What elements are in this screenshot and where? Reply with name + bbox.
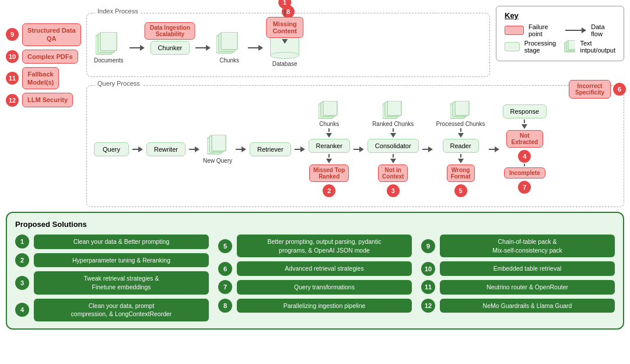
query-process-section: Query Process IncorrectSpecificity 6 Que… <box>86 85 624 207</box>
al6 <box>422 149 428 150</box>
chunker-box: Chunker <box>150 41 190 55</box>
arrow-line-3 <box>248 47 258 48</box>
sol-box-2: Hyperparameter tuning & Reranking <box>34 253 209 268</box>
sol-item-8: 8 Parallelizing ingestion pipeline <box>218 299 412 313</box>
doc-icon-key <box>564 40 576 53</box>
processed-chunks-label: Processed Chunks <box>436 121 485 127</box>
response-box: Response <box>503 104 547 118</box>
vc7 <box>524 120 525 123</box>
rewriter-box: Rewriter <box>146 142 186 156</box>
vc2 <box>328 154 330 158</box>
consolidator-box: Consolidator <box>368 139 419 153</box>
va2 <box>326 159 332 163</box>
vc6 <box>460 154 461 158</box>
left-label-10: 10 Complex PDFs <box>6 50 82 64</box>
ah7 <box>495 146 499 152</box>
sol-box-5: Better prompting, output parsing, pydant… <box>237 235 412 257</box>
key-arrow-head <box>582 27 586 33</box>
documents-label: Documents <box>94 57 124 64</box>
database-label: Database <box>272 61 298 67</box>
key-label-dataflow: Data flow <box>591 23 615 37</box>
sol-box-4: Clean your data, promptcompression, & Lo… <box>34 299 209 321</box>
missing-content-box: MissingContent <box>266 17 303 38</box>
key-title: Key <box>505 11 615 20</box>
sol-item-10: 10 Embedded table retrieval <box>421 261 615 276</box>
arrow-con-pc <box>422 146 433 152</box>
key-row-processing: Processing stage Text intput/output <box>505 40 615 54</box>
svg-rect-8 <box>221 32 237 50</box>
sol-num-6: 6 <box>218 262 232 276</box>
key-label-failure: Failure point <box>528 23 561 37</box>
sol-item-11: 11 Neutrino router & OpenRouter <box>421 280 615 295</box>
key-arrow-line <box>565 30 582 31</box>
reader-box: Reader <box>443 139 479 153</box>
arrow-doc-chunker <box>130 45 145 51</box>
vc3 <box>393 128 394 132</box>
badge-4: 4 <box>518 150 531 163</box>
chunks-index-icon <box>216 32 242 55</box>
missed-top-ranked-box: Missed TopRanked <box>309 164 349 182</box>
sol-box-10: Embedded table retrieval <box>440 261 615 276</box>
arrow-nq-ret <box>236 146 246 152</box>
arrow-down-mc <box>282 39 288 44</box>
sol-box-8: Parallelizing ingestion pipeline <box>237 299 412 313</box>
badge-1: 1 <box>278 0 291 9</box>
query-flow: Query Rewriter <box>94 90 617 202</box>
left-label-9: 9 Structured DataQA <box>6 23 82 46</box>
query-box: Query <box>94 142 129 156</box>
new-query-node: New Query <box>203 135 232 164</box>
label-structured-data: Structured DataQA <box>22 23 81 46</box>
left-labels: 9 Structured DataQA 10 Complex PDFs 11 F… <box>6 6 82 207</box>
arrow-head-3 <box>258 45 263 51</box>
sol-num-9: 9 <box>421 239 435 253</box>
svg-rect-14 <box>323 101 337 116</box>
circle-12: 12 <box>6 94 19 107</box>
sol-num-3: 3 <box>15 276 29 290</box>
sol-item-7: 7 Query transformations <box>218 280 412 295</box>
svg-rect-17 <box>387 101 401 116</box>
processed-chunks-col: Processed Chunks Reader WrongFormat 5 <box>436 101 485 197</box>
sol-box-12: NeMo Guardrails & Llama Guard <box>440 299 615 313</box>
ah2 <box>195 146 200 152</box>
arrow-rw-nq <box>189 146 200 152</box>
vc5 <box>460 128 461 132</box>
chunker-node: Data IngestionScalability Chunker <box>150 41 190 55</box>
sol-item-9: 9 Chain-of-table pack &Mix-self-consiste… <box>421 235 615 257</box>
sol-item-1: 1 Clean your data & Better prompting <box>15 235 209 249</box>
solutions-title: Proposed Solutions <box>15 220 615 229</box>
circle-9: 9 <box>6 28 19 41</box>
solutions-grid: 1 Clean your data & Better prompting 2 H… <box>15 235 615 321</box>
al3 <box>236 149 242 150</box>
svg-rect-2 <box>568 40 576 50</box>
arrow-rd-resp <box>489 146 499 152</box>
key-box: Key Failure point Data flow Processing s… <box>496 6 624 61</box>
sol-num-10: 10 <box>421 262 435 276</box>
va7 <box>522 124 527 129</box>
sol-num-4: 4 <box>15 303 29 317</box>
va1 <box>326 133 332 138</box>
badge-5: 5 <box>454 184 467 197</box>
key-label-textio: Text intput/output <box>580 40 615 54</box>
documents-node: Documents <box>94 32 124 64</box>
badge-3: 3 <box>387 184 400 197</box>
sol-num-11: 11 <box>421 280 435 294</box>
index-flow: Documents Data IngestionScalability Chun… <box>94 18 482 72</box>
sol-item-3: 3 Tweak retrieval strategies &Finetune e… <box>15 271 209 294</box>
label-complex-pdfs: Complex PDFs <box>22 50 78 64</box>
not-extracted-box: NotExtracted <box>506 130 544 148</box>
va3 <box>390 133 396 138</box>
db-bottom <box>270 52 299 59</box>
arrow-head <box>140 45 145 51</box>
ranked-chunks-col: Ranked Chunks Consolidator Not inContext… <box>368 101 419 197</box>
sol-box-1: Clean your data & Better prompting <box>34 235 209 249</box>
main-wrapper: 9 Structured DataQA 10 Complex PDFs 11 F… <box>0 0 630 335</box>
top-section: 9 Structured DataQA 10 Complex PDFs 11 F… <box>0 0 630 207</box>
al4 <box>295 149 300 150</box>
al7 <box>489 149 495 150</box>
va6 <box>458 159 464 163</box>
sol-item-12: 12 NeMo Guardrails & Llama Guard <box>421 299 615 313</box>
sol-item-5: 5 Better prompting, output parsing, pyda… <box>218 235 412 257</box>
solutions-col-1: 1 Clean your data & Better prompting 2 H… <box>15 235 209 321</box>
sol-item-6: 6 Advanced retrieval strategies <box>218 261 412 276</box>
vc1 <box>328 128 330 132</box>
